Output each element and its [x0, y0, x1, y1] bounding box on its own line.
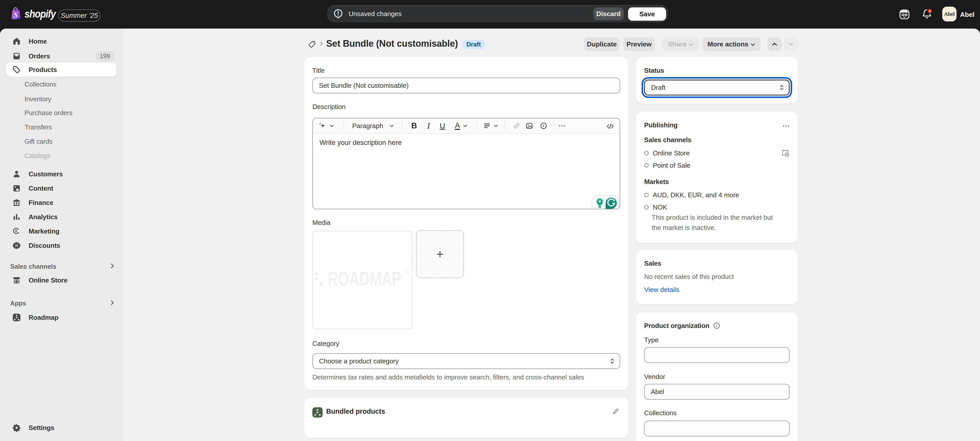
- svg-text:S: S: [14, 10, 18, 19]
